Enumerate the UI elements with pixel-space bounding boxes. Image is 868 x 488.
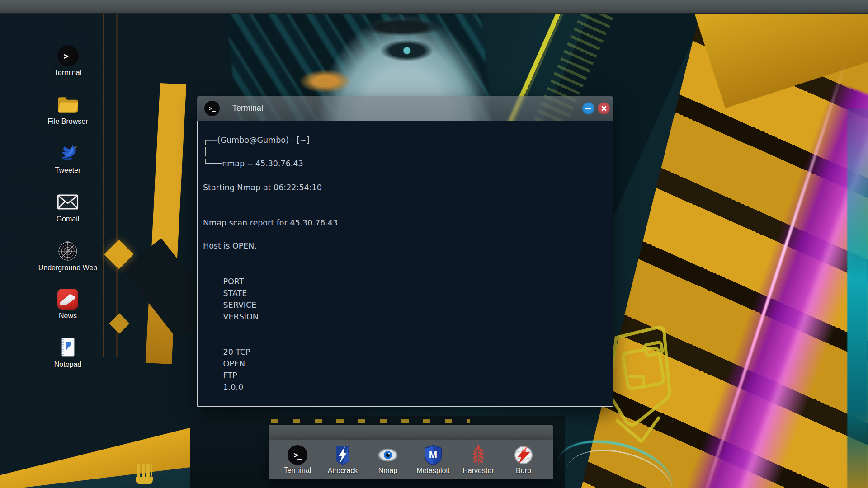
lightning-shield-icon [332,445,353,465]
close-icon [601,105,607,112]
terminal-output-line: Nmap scan report for 45.30.76.43 [203,217,606,229]
terminal-glyph: >_ [209,105,215,112]
desktop-icon-label: Underground Web [38,264,97,272]
wheat-icon [468,445,489,465]
wallpaper-hand-glyph-base [136,477,153,484]
prompt-line: │ [203,146,606,158]
minimize-icon [585,108,591,109]
desktop-icon-label: File Browser [48,117,88,126]
bird-icon [57,142,79,164]
dock-item-harvester[interactable]: Harvester [456,445,501,475]
desktop-icon-gomail[interactable]: Gomail [38,191,98,223]
port-table-row: 20 TCP OPEN FTP 1.0.0 [203,334,606,405]
table-header-cell: VERSION [223,311,259,323]
desktop-icon-column: >_ Terminal File Browser Tweet [38,45,98,369]
metasploit-monogram: M [429,449,437,460]
desktop-icon-notepad[interactable]: Notepad [38,337,98,369]
terminal-output-area[interactable]: ┌──(Gumbo@Gumbo) - [~] │ └───nmap -- 45.… [197,121,613,407]
dock-item-label: Metasploit [417,467,450,475]
desktop-icon-label: Gomail [57,215,80,223]
desktop-icon-file-browser[interactable]: File Browser [38,94,98,126]
terminal-output-line: Host is OPEN. [203,240,606,252]
dock-item-metasploit[interactable]: M Metasploit [410,445,456,475]
window-title: Terminal [232,103,263,113]
table-cell: OPEN [223,358,280,370]
table-cell: 1.0.0 [223,381,244,393]
terminal-icon: >_ [57,45,79,66]
burst-sphere-icon [513,445,534,465]
dock-item-label: Airocrack [328,467,358,475]
spider-web-icon [57,240,79,262]
dock-item-label: Harvester [462,467,494,475]
folder-icon [57,94,79,115]
desktop-icon-label: Tweeter [55,166,81,174]
port-table-header: PORT STATE SERVICE VERSION [203,264,606,334]
table-header-cell: PORT [223,276,280,287]
terminal-glyph: >_ [294,450,301,460]
terminal-window-titlebar[interactable]: >_ Terminal [197,96,613,121]
eye-icon [377,445,398,465]
desktop-icon-tweeter[interactable]: Tweeter [38,142,98,174]
desktop-icon-label: Terminal [54,69,81,77]
wallpaper-gold-diamond [109,313,129,333]
desktop-icon-label: News [59,312,77,320]
dock-item-terminal[interactable]: >_ Terminal [275,445,320,474]
dock-item-label: Terminal [284,466,311,474]
terminal-window: >_ Terminal ┌──(Gumbo@Gumbo) - [~] │ └──… [197,96,613,407]
table-cell: 20 TCP [223,346,280,358]
desktop-screen: >_ Terminal File Browser Tweet [0,0,868,488]
terminal-glyph: >_ [64,51,72,61]
wallpaper-hand-glyph [137,464,152,477]
shield-m-icon: M [423,445,443,465]
terminal-output-line: Starting Nmap at 06:22:54:10 [203,182,606,193]
desktop-icon-news[interactable]: News [38,289,98,320]
terminal-icon: >_ [204,101,220,116]
dock: >_ Terminal Airocrack [269,440,553,479]
news-icon-stripe [60,293,75,305]
news-icon [57,289,78,310]
dock-item-label: Burp [516,467,531,475]
wallpaper-vertical-line [116,14,118,357]
notepad-icon [57,337,79,358]
dock-item-airocrack[interactable]: Airocrack [320,445,365,475]
terminal-icon: >_ [288,445,307,465]
wallpaper-cyan-edge [847,108,868,488]
table-header-cell: SERVICE [223,299,282,311]
dock-item-burp[interactable]: Burp [501,445,546,475]
command-line: └───nmap -- 45.30.76.43 [203,158,606,169]
dock-shelf [269,425,553,440]
desktop-icon-label: Notepad [54,361,82,369]
wallpaper-vertical-line [103,14,104,357]
wallpaper-gold-dashes [271,419,470,423]
wallpaper-neon-shield-wireframe [604,319,683,445]
dock-item-label: Nmap [378,467,398,475]
table-header-cell: STATE [223,287,280,299]
top-bar [0,0,868,14]
dock-item-nmap[interactable]: Nmap [365,445,410,475]
desktop-icon-terminal[interactable]: >_ Terminal [38,45,98,77]
desktop-icon-underground-web[interactable]: Underground Web [38,240,98,272]
prompt-line: ┌──(Gumbo@Gumbo) - [~] [203,134,606,146]
table-cell: FTP [223,370,282,381]
minimize-button[interactable] [582,102,594,114]
envelope-icon [57,191,79,213]
close-button[interactable] [598,102,610,114]
